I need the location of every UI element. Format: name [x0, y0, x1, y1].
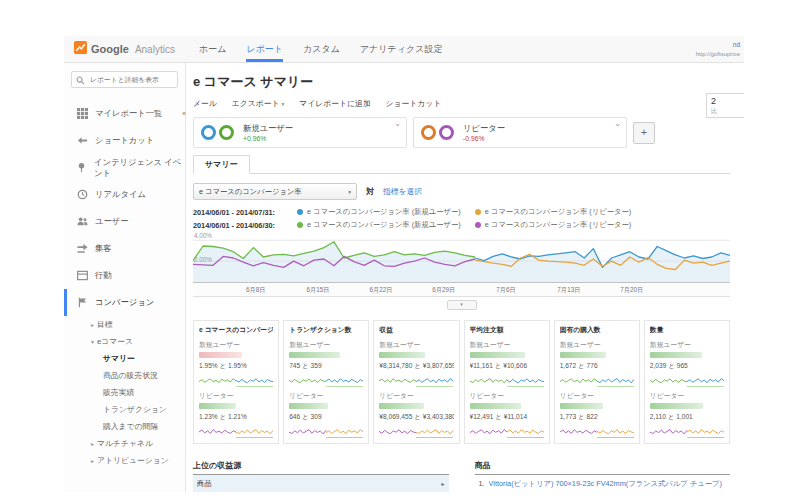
report-search-box[interactable] — [71, 71, 178, 88]
sidebar-subitem-label: 商品の販売状況 — [103, 370, 158, 381]
arrow-right-icon: ▸ — [441, 480, 444, 487]
metric-sparkline — [470, 424, 544, 439]
revenue-source-row[interactable]: 商品 ▸ — [193, 475, 449, 492]
date-range-selector[interactable]: 2 比 — [706, 93, 744, 118]
metric-sparkline — [379, 373, 453, 388]
sidebar-subitem[interactable]: 販売実績 — [64, 384, 185, 401]
metric-value: ¥8,069,455 と ¥3,403,380 — [379, 413, 453, 422]
nav-item[interactable]: レポート — [246, 36, 283, 62]
sidebar-subitem[interactable]: トランザクション — [64, 401, 185, 418]
sidebar-item-label: 行動 — [95, 270, 112, 281]
x-axis-tick-label: 7月13日 — [557, 286, 580, 295]
metric-bar — [289, 352, 339, 358]
metric-card-title: 固有の購入数 — [560, 325, 634, 335]
tab-summary[interactable]: サマリー — [193, 155, 250, 174]
toolbar-button[interactable]: マイレポートに追加 — [299, 98, 370, 109]
segment-text: 新規ユーザー+0.96% — [243, 123, 293, 142]
sidebar-item-label: マイレポート一覧 — [95, 108, 162, 119]
acquisition-icon — [76, 243, 88, 254]
legend-item: e コマースのコンバージョン率 (リピーター) — [475, 220, 632, 230]
product-link[interactable]: Vittoria(ビットリア) 700×19-23c FV42mm(フランス式バ… — [489, 479, 722, 489]
sidebar-item[interactable]: 集客 — [64, 235, 185, 262]
sidebar-subitem-label: eコマース — [97, 336, 133, 347]
revenue-source-label[interactable]: 商品 — [197, 479, 212, 489]
metric-value: 646 と 309 — [289, 413, 363, 422]
sidebar-subitem-label: サマリー — [103, 353, 135, 364]
logo-text-analytics: Analytics — [135, 44, 175, 55]
search-input[interactable] — [88, 75, 173, 84]
metric-row-label: リピーター — [289, 391, 363, 401]
donut-ring-icon — [439, 125, 454, 140]
donut-ring-icon — [219, 125, 234, 140]
metric-row-label: 新規ユーザー — [379, 340, 453, 350]
add-segment-button[interactable]: + — [633, 122, 655, 144]
sidebar-item[interactable]: マイレポート一覧 — [64, 100, 185, 127]
select-metric-link[interactable]: 指標を選択 — [383, 186, 422, 197]
chart-expander-row: ▾ — [193, 300, 730, 310]
nav-item[interactable]: カスタム — [303, 36, 340, 62]
segment-label: 新規ユーザー — [243, 123, 293, 134]
metric-card: 数量新規ユーザー2,039 と 965リピーター2,110 と 1,001 — [644, 320, 730, 444]
metric-value: ¥12,491 と ¥11,014 — [470, 413, 544, 422]
sidebar-subitem[interactable]: ▸アトリビューション — [64, 452, 185, 469]
x-axis-tick-label: 6月8日 — [246, 286, 266, 295]
x-axis-tick-label: 6月22日 — [369, 286, 392, 295]
legend-item: e コマースのコンバージョン率 (新規ユーザー) — [297, 220, 461, 230]
segment-text: リピーター-0.96% — [463, 123, 505, 142]
metric-sparkline — [560, 424, 634, 439]
metric-value: ¥8,314,780 と ¥3,807,659 — [379, 362, 453, 371]
chart-svg — [193, 234, 730, 282]
metric-sparkline — [560, 373, 634, 388]
metric-row-label: 新規ユーザー — [470, 340, 544, 350]
chevron-down-icon[interactable]: ⌄ — [614, 119, 621, 128]
toolbar-button[interactable]: エクスポート▾ — [232, 98, 284, 109]
toolbar-button-label: メール — [193, 98, 217, 109]
sidebar-item[interactable]: インテリジェンス イベント — [64, 154, 185, 181]
date-compare-text: 比 — [711, 108, 744, 116]
sidebar-item-label: コンバージョン — [95, 297, 154, 308]
sidebar-item[interactable]: リアルタイム — [64, 181, 185, 208]
chevron-down-icon[interactable]: ⌄ — [394, 119, 401, 128]
sidebar-subitem[interactable]: ▸目標 — [64, 316, 185, 333]
sidebar-item[interactable]: ユーザー — [64, 208, 185, 235]
date-range-text[interactable]: 2 — [711, 96, 744, 108]
account-info[interactable]: nd http://goftsuprice — [696, 40, 740, 59]
arrow-icon: ▸ — [91, 440, 94, 447]
metric-row-label: リピーター — [470, 391, 544, 401]
sidebar-subitem[interactable]: ▸マルチチャネル — [64, 435, 185, 452]
metric-row-label: 新規ユーザー — [560, 340, 634, 350]
x-axis-tick-label: 6月29日 — [432, 286, 455, 295]
metric-card-title: 収益 — [379, 325, 453, 335]
metric-bar — [199, 403, 236, 409]
metric-select[interactable]: e コマースのコンバージョン率 ▾ — [193, 183, 357, 200]
metric-sparkline — [650, 373, 724, 388]
main-content: e コマース サマリー 2 比 メールエクスポート▾マイレポートに追加ショートカ… — [186, 63, 744, 492]
sidebar-subitem[interactable]: ▾eコマース — [64, 333, 185, 350]
segment-card[interactable]: リピーター-0.96%⌄ — [413, 117, 627, 148]
sidebar-item[interactable]: コンバージョン — [64, 289, 185, 316]
app-header: Google Analytics ホームレポートカスタムアナリティクス設定 nd… — [64, 36, 744, 63]
legend-dot-icon — [475, 222, 481, 228]
nav-item[interactable]: ホーム — [199, 36, 226, 62]
sidebar-subitem[interactable]: 購入までの間隔 — [64, 418, 185, 435]
metric-row-label: リピーター — [650, 391, 724, 401]
sidebar-item-label: ユーザー — [95, 216, 129, 227]
realtime-icon — [76, 189, 88, 200]
toolbar-button[interactable]: ショートカット — [386, 98, 442, 109]
metric-row-label: 新規ユーザー — [289, 340, 363, 350]
chart-expander-button[interactable]: ▾ — [447, 300, 477, 310]
x-axis-tick-label: 6月15日 — [307, 286, 330, 295]
sidebar-subitem[interactable]: サマリー — [64, 350, 185, 367]
nav-item[interactable]: アナリティクス設定 — [360, 36, 442, 62]
segment-card[interactable]: 新規ユーザー+0.96%⌄ — [193, 117, 407, 148]
sidebar-item[interactable]: ショートカット — [64, 127, 185, 154]
users-icon — [76, 216, 88, 227]
account-name[interactable]: nd — [696, 40, 740, 50]
legend-dot-icon — [297, 209, 303, 215]
sidebar-subitem[interactable]: 商品の販売状況 — [64, 367, 185, 384]
toolbar-button[interactable]: メール — [193, 98, 217, 109]
sidebar-item[interactable]: 行動 — [64, 262, 185, 289]
flag-icon — [76, 297, 88, 308]
pin-icon — [76, 162, 87, 173]
products-title: 商品 — [475, 460, 731, 475]
